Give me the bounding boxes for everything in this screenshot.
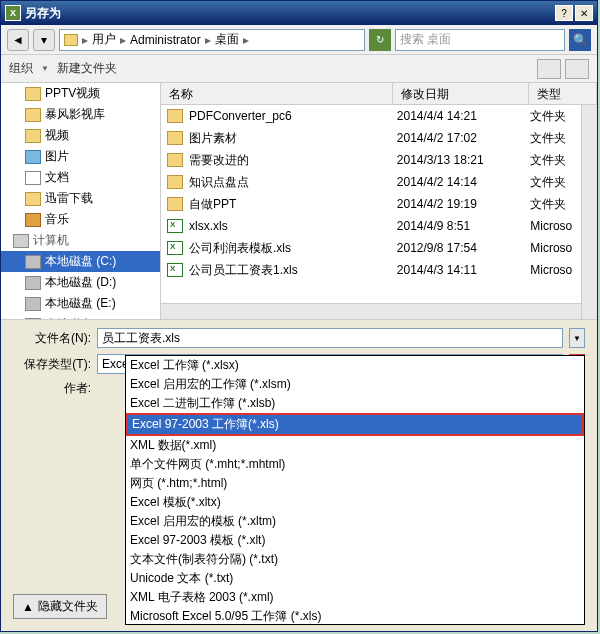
file-icon	[167, 131, 183, 145]
search-button[interactable]: 🔍	[569, 29, 591, 51]
filename-dropdown[interactable]: ▼	[569, 328, 585, 348]
drive-label: 本地磁盘 (D:)	[45, 274, 116, 291]
tree-label: 暴风影视库	[45, 106, 105, 123]
file-row[interactable]: 知识点盘点2014/4/2 14:14文件夹	[161, 171, 597, 193]
tree-item[interactable]: 文档	[1, 167, 160, 188]
filetype-option[interactable]: 文本文件(制表符分隔) (*.txt)	[126, 550, 584, 569]
file-name: 自做PPT	[189, 196, 397, 213]
close-button[interactable]: ✕	[575, 5, 593, 21]
tree-label: 视频	[45, 127, 69, 144]
file-row[interactable]: 公司员工工资表1.xls2014/4/3 14:11Microso	[161, 259, 597, 281]
drive-item[interactable]: 本地磁盘 (F:)	[1, 314, 160, 319]
computer-header[interactable]: 计算机	[1, 230, 160, 251]
crumb-admin[interactable]: Administrator	[130, 33, 201, 47]
computer-icon	[13, 234, 29, 248]
crumb-desktop[interactable]: 桌面	[215, 31, 239, 48]
file-icon	[167, 109, 183, 123]
new-folder-button[interactable]: 新建文件夹	[57, 60, 117, 77]
filetype-option[interactable]: Excel 97-2003 工作簿(*.xls)	[126, 413, 584, 436]
chevron-down-icon: ▼	[41, 64, 49, 73]
toolbar: 组织 ▼ 新建文件夹	[1, 55, 597, 83]
file-date: 2014/4/9 8:51	[397, 219, 530, 233]
filetype-option[interactable]: Excel 97-2003 模板 (*.xlt)	[126, 531, 584, 550]
filetype-option[interactable]: XML 电子表格 2003 (*.xml)	[126, 588, 584, 607]
drive-item[interactable]: 本地磁盘 (D:)	[1, 272, 160, 293]
col-name[interactable]: 名称	[161, 83, 393, 104]
tree-label: 文档	[45, 169, 69, 186]
file-list[interactable]: 名称 修改日期 类型 PDFConverter_pc62014/4/4 14:2…	[161, 83, 597, 319]
tree-item[interactable]: PPTV视频	[1, 83, 160, 104]
titlebar: X 另存为 ? ✕	[1, 1, 597, 25]
file-icon	[167, 241, 183, 255]
drive-label: 本地磁盘 (E:)	[45, 295, 116, 312]
filename-input[interactable]: 员工工资表.xls	[97, 328, 563, 348]
folder-icon	[25, 213, 41, 227]
filetype-option[interactable]: Microsoft Excel 5.0/95 工作簿 (*.xls)	[126, 607, 584, 625]
tree-label: 图片	[45, 148, 69, 165]
folder-icon	[25, 192, 41, 206]
filetype-option[interactable]: Excel 模板(*.xltx)	[126, 493, 584, 512]
tree-label: PPTV视频	[45, 85, 100, 102]
drive-icon	[25, 276, 41, 290]
col-type[interactable]: 类型	[529, 83, 597, 104]
drive-label: 本地磁盘 (C:)	[45, 253, 116, 270]
file-date: 2014/3/13 18:21	[397, 153, 530, 167]
file-row[interactable]: 需要改进的2014/3/13 18:21文件夹	[161, 149, 597, 171]
save-as-dialog: X 另存为 ? ✕ ◄ ▾ ▸ 用户 ▸ Administrator ▸ 桌面 …	[0, 0, 598, 632]
organize-menu[interactable]: 组织	[9, 60, 33, 77]
file-name: 公司利润表模板.xls	[189, 240, 397, 257]
search-input[interactable]: 搜索 桌面	[395, 29, 565, 51]
folder-icon	[25, 108, 41, 122]
dialog-title: 另存为	[25, 5, 555, 22]
file-row[interactable]: PDFConverter_pc62014/4/4 14:21文件夹	[161, 105, 597, 127]
savetype-label: 保存类型(T):	[13, 356, 91, 373]
forward-button[interactable]: ▾	[33, 29, 55, 51]
filetype-option[interactable]: 单个文件网页 (*.mht;*.mhtml)	[126, 455, 584, 474]
horizontal-scrollbar[interactable]	[161, 303, 581, 319]
refresh-button[interactable]: ↻	[369, 29, 391, 51]
file-icon	[167, 197, 183, 211]
tree-label: 音乐	[45, 211, 69, 228]
folder-icon	[64, 34, 78, 46]
breadcrumb[interactable]: ▸ 用户 ▸ Administrator ▸ 桌面 ▸	[59, 29, 365, 51]
file-name: 知识点盘点	[189, 174, 397, 191]
file-row[interactable]: 图片素材2014/4/2 17:02文件夹	[161, 127, 597, 149]
tree-item[interactable]: 迅雷下载	[1, 188, 160, 209]
col-date[interactable]: 修改日期	[393, 83, 529, 104]
folder-tree[interactable]: PPTV视频暴风影视库视频图片文档迅雷下载音乐计算机本地磁盘 (C:)本地磁盘 …	[1, 83, 161, 319]
file-row[interactable]: 自做PPT2014/4/2 19:19文件夹	[161, 193, 597, 215]
tree-item[interactable]: 视频	[1, 125, 160, 146]
tree-item[interactable]: 暴风影视库	[1, 104, 160, 125]
filetype-option[interactable]: 网页 (*.htm;*.html)	[126, 474, 584, 493]
back-button[interactable]: ◄	[7, 29, 29, 51]
filetype-option[interactable]: XML 数据(*.xml)	[126, 436, 584, 455]
file-name: PDFConverter_pc6	[189, 109, 397, 123]
file-name: 公司员工工资表1.xls	[189, 262, 397, 279]
hide-folders-button[interactable]: ▲ 隐藏文件夹	[13, 594, 107, 619]
drive-item[interactable]: 本地磁盘 (C:)	[1, 251, 160, 272]
tree-item[interactable]: 图片	[1, 146, 160, 167]
crumb-users[interactable]: 用户	[92, 31, 116, 48]
vertical-scrollbar[interactable]	[581, 105, 597, 319]
folder-icon	[25, 150, 41, 164]
filetype-option[interactable]: Excel 启用宏的工作簿 (*.xlsm)	[126, 375, 584, 394]
file-icon	[167, 263, 183, 277]
drive-icon	[25, 297, 41, 311]
file-icon	[167, 219, 183, 233]
help-button[interactable]: ?	[555, 5, 573, 21]
drive-item[interactable]: 本地磁盘 (E:)	[1, 293, 160, 314]
excel-icon: X	[5, 5, 21, 21]
filetype-option[interactable]: Unicode 文本 (*.txt)	[126, 569, 584, 588]
filetype-dropdown-list[interactable]: Excel 工作簿 (*.xlsx)Excel 启用宏的工作簿 (*.xlsm)…	[125, 355, 585, 625]
file-date: 2014/4/2 17:02	[397, 131, 530, 145]
file-row[interactable]: 公司利润表模板.xls2012/9/8 17:54Microso	[161, 237, 597, 259]
view-button[interactable]	[537, 59, 561, 79]
file-row[interactable]: xlsx.xls2014/4/9 8:51Microso	[161, 215, 597, 237]
filetype-option[interactable]: Excel 工作簿 (*.xlsx)	[126, 356, 584, 375]
author-label: 作者:	[13, 380, 91, 397]
filetype-option[interactable]: Excel 二进制工作簿 (*.xlsb)	[126, 394, 584, 413]
filetype-option[interactable]: Excel 启用宏的模板 (*.xltm)	[126, 512, 584, 531]
drive-icon	[25, 318, 41, 320]
tree-item[interactable]: 音乐	[1, 209, 160, 230]
help-toolbar-button[interactable]	[565, 59, 589, 79]
